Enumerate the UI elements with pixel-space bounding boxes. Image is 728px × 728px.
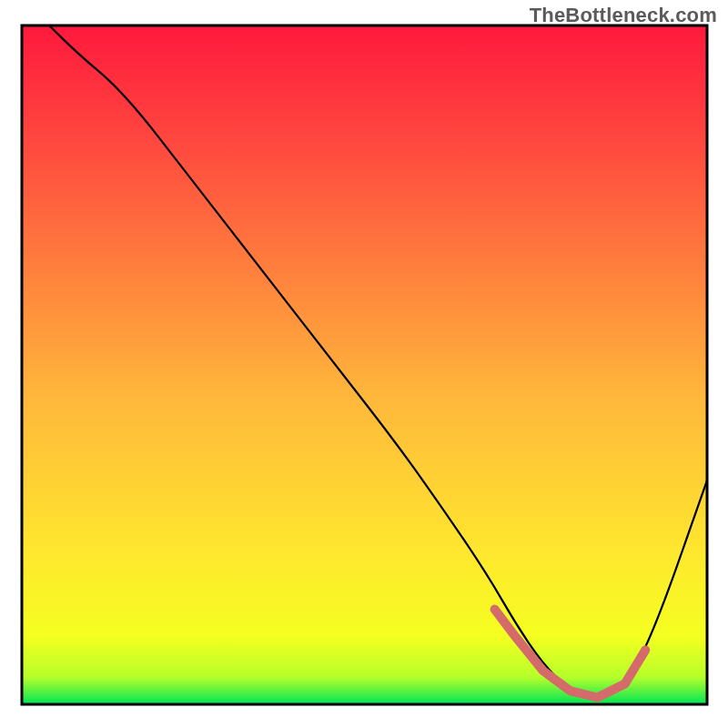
chart-plot [0, 0, 728, 728]
watermark: TheBottleneck.com [530, 4, 717, 27]
chart-root: TheBottleneck.com [0, 0, 728, 728]
gradient-background [22, 25, 707, 704]
